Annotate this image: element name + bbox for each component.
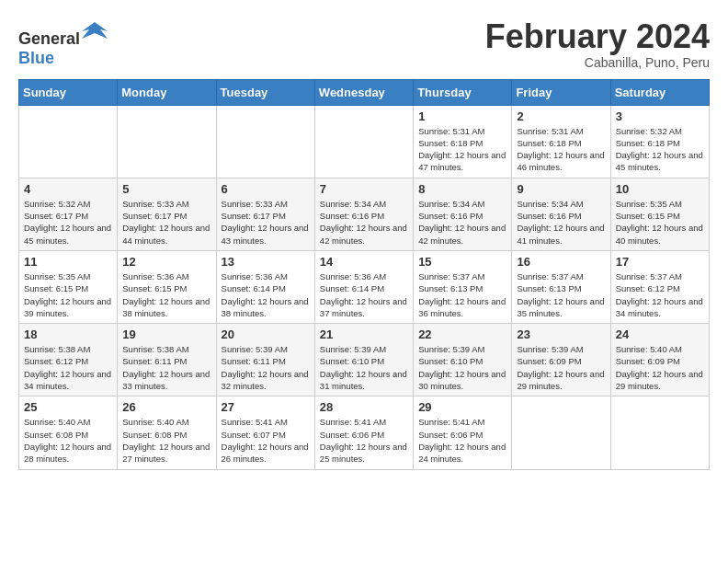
day-number: 18 bbox=[24, 327, 112, 341]
calendar-cell: 19Sunrise: 5:38 AM Sunset: 6:11 PM Dayli… bbox=[118, 324, 216, 396]
day-number: 12 bbox=[122, 255, 210, 269]
calendar-cell: 14Sunrise: 5:36 AM Sunset: 6:14 PM Dayli… bbox=[314, 250, 413, 323]
calendar-cell bbox=[19, 105, 118, 178]
calendar-cell bbox=[512, 396, 610, 469]
weekday-header-sunday: Sunday bbox=[19, 79, 118, 105]
day-number: 26 bbox=[122, 400, 210, 414]
day-number: 20 bbox=[222, 327, 310, 341]
svg-marker-0 bbox=[82, 22, 108, 39]
day-info: Sunrise: 5:40 AM Sunset: 6:09 PM Dayligh… bbox=[616, 343, 704, 392]
calendar-cell: 22Sunrise: 5:39 AM Sunset: 6:10 PM Dayli… bbox=[414, 324, 512, 396]
calendar-cell: 25Sunrise: 5:40 AM Sunset: 6:08 PM Dayli… bbox=[19, 396, 118, 469]
day-number: 19 bbox=[122, 327, 210, 341]
day-info: Sunrise: 5:31 AM Sunset: 6:18 PM Dayligh… bbox=[418, 125, 506, 174]
day-info: Sunrise: 5:34 AM Sunset: 6:16 PM Dayligh… bbox=[320, 198, 408, 247]
calendar-cell: 12Sunrise: 5:36 AM Sunset: 6:15 PM Dayli… bbox=[118, 250, 216, 323]
day-number: 8 bbox=[418, 182, 506, 196]
calendar-cell bbox=[610, 396, 709, 469]
calendar-cell: 1Sunrise: 5:31 AM Sunset: 6:18 PM Daylig… bbox=[414, 105, 512, 178]
day-info: Sunrise: 5:32 AM Sunset: 6:17 PM Dayligh… bbox=[24, 198, 112, 247]
calendar-cell bbox=[216, 105, 314, 178]
calendar-cell: 18Sunrise: 5:38 AM Sunset: 6:12 PM Dayli… bbox=[19, 324, 118, 396]
calendar-cell: 9Sunrise: 5:34 AM Sunset: 6:16 PM Daylig… bbox=[512, 178, 610, 250]
calendar-cell: 15Sunrise: 5:37 AM Sunset: 6:13 PM Dayli… bbox=[414, 250, 512, 323]
calendar-cell: 6Sunrise: 5:33 AM Sunset: 6:17 PM Daylig… bbox=[216, 178, 314, 250]
calendar-cell: 2Sunrise: 5:31 AM Sunset: 6:18 PM Daylig… bbox=[512, 105, 610, 178]
calendar-cell: 4Sunrise: 5:32 AM Sunset: 6:17 PM Daylig… bbox=[19, 178, 118, 250]
day-info: Sunrise: 5:35 AM Sunset: 6:15 PM Dayligh… bbox=[616, 198, 704, 247]
calendar-cell: 17Sunrise: 5:37 AM Sunset: 6:12 PM Dayli… bbox=[610, 250, 709, 323]
day-info: Sunrise: 5:38 AM Sunset: 6:12 PM Dayligh… bbox=[24, 343, 112, 392]
day-number: 21 bbox=[320, 327, 408, 341]
day-number: 14 bbox=[320, 255, 408, 269]
day-info: Sunrise: 5:36 AM Sunset: 6:15 PM Dayligh… bbox=[122, 270, 210, 319]
day-info: Sunrise: 5:41 AM Sunset: 6:06 PM Dayligh… bbox=[418, 416, 506, 465]
logo-text: General Blue bbox=[18, 18, 108, 68]
day-number: 23 bbox=[517, 327, 605, 341]
calendar-week-row: 1Sunrise: 5:31 AM Sunset: 6:18 PM Daylig… bbox=[19, 105, 710, 178]
calendar-cell: 23Sunrise: 5:39 AM Sunset: 6:09 PM Dayli… bbox=[512, 324, 610, 396]
day-info: Sunrise: 5:37 AM Sunset: 6:12 PM Dayligh… bbox=[616, 270, 704, 319]
calendar-cell: 13Sunrise: 5:36 AM Sunset: 6:14 PM Dayli… bbox=[216, 250, 314, 323]
calendar-cell: 21Sunrise: 5:39 AM Sunset: 6:10 PM Dayli… bbox=[314, 324, 413, 396]
calendar-cell: 10Sunrise: 5:35 AM Sunset: 6:15 PM Dayli… bbox=[610, 178, 709, 250]
calendar-week-row: 25Sunrise: 5:40 AM Sunset: 6:08 PM Dayli… bbox=[19, 396, 710, 469]
logo-blue: Blue bbox=[18, 49, 54, 67]
day-number: 29 bbox=[418, 400, 506, 414]
day-info: Sunrise: 5:38 AM Sunset: 6:11 PM Dayligh… bbox=[122, 343, 210, 392]
location-subtitle: Cabanilla, Puno, Peru bbox=[485, 55, 710, 70]
day-info: Sunrise: 5:39 AM Sunset: 6:10 PM Dayligh… bbox=[418, 343, 506, 392]
day-info: Sunrise: 5:32 AM Sunset: 6:18 PM Dayligh… bbox=[616, 125, 704, 174]
day-info: Sunrise: 5:36 AM Sunset: 6:14 PM Dayligh… bbox=[320, 270, 408, 319]
calendar-cell: 26Sunrise: 5:40 AM Sunset: 6:08 PM Dayli… bbox=[118, 396, 216, 469]
calendar-cell: 3Sunrise: 5:32 AM Sunset: 6:18 PM Daylig… bbox=[610, 105, 709, 178]
month-title: February 2024 bbox=[485, 18, 710, 55]
day-number: 28 bbox=[320, 400, 408, 414]
calendar-cell bbox=[118, 105, 216, 178]
calendar-cell bbox=[314, 105, 413, 178]
day-number: 22 bbox=[418, 327, 506, 341]
logo-bird-icon bbox=[82, 18, 108, 44]
day-number: 6 bbox=[222, 182, 310, 196]
day-number: 15 bbox=[418, 255, 506, 269]
day-number: 24 bbox=[616, 327, 704, 341]
weekday-header-tuesday: Tuesday bbox=[216, 79, 314, 105]
calendar-cell: 28Sunrise: 5:41 AM Sunset: 6:06 PM Dayli… bbox=[314, 396, 413, 469]
day-number: 1 bbox=[418, 109, 506, 123]
calendar-week-row: 4Sunrise: 5:32 AM Sunset: 6:17 PM Daylig… bbox=[19, 178, 710, 250]
day-info: Sunrise: 5:33 AM Sunset: 6:17 PM Dayligh… bbox=[222, 198, 310, 247]
weekday-header-thursday: Thursday bbox=[414, 79, 512, 105]
day-number: 16 bbox=[517, 255, 605, 269]
day-number: 11 bbox=[24, 255, 112, 269]
day-info: Sunrise: 5:41 AM Sunset: 6:07 PM Dayligh… bbox=[222, 416, 310, 465]
day-info: Sunrise: 5:37 AM Sunset: 6:13 PM Dayligh… bbox=[418, 270, 506, 319]
day-number: 7 bbox=[320, 182, 408, 196]
day-info: Sunrise: 5:36 AM Sunset: 6:14 PM Dayligh… bbox=[222, 270, 310, 319]
calendar-cell: 16Sunrise: 5:37 AM Sunset: 6:13 PM Dayli… bbox=[512, 250, 610, 323]
day-info: Sunrise: 5:37 AM Sunset: 6:13 PM Dayligh… bbox=[517, 270, 605, 319]
logo: General Blue bbox=[18, 18, 108, 68]
day-number: 5 bbox=[122, 182, 210, 196]
calendar-cell: 29Sunrise: 5:41 AM Sunset: 6:06 PM Dayli… bbox=[414, 396, 512, 469]
calendar-cell: 5Sunrise: 5:33 AM Sunset: 6:17 PM Daylig… bbox=[118, 178, 216, 250]
calendar-cell: 8Sunrise: 5:34 AM Sunset: 6:16 PM Daylig… bbox=[414, 178, 512, 250]
weekday-header-monday: Monday bbox=[118, 79, 216, 105]
weekday-header-row: SundayMondayTuesdayWednesdayThursdayFrid… bbox=[19, 79, 710, 105]
calendar-table: SundayMondayTuesdayWednesdayThursdayFrid… bbox=[18, 79, 710, 470]
calendar-cell: 24Sunrise: 5:40 AM Sunset: 6:09 PM Dayli… bbox=[610, 324, 709, 396]
weekday-header-saturday: Saturday bbox=[610, 79, 709, 105]
logo-general: General bbox=[18, 29, 80, 48]
day-info: Sunrise: 5:34 AM Sunset: 6:16 PM Dayligh… bbox=[517, 198, 605, 247]
day-number: 10 bbox=[616, 182, 704, 196]
day-info: Sunrise: 5:39 AM Sunset: 6:10 PM Dayligh… bbox=[320, 343, 408, 392]
day-number: 27 bbox=[222, 400, 310, 414]
page-header: General Blue February 2024 Cabanilla, Pu… bbox=[18, 18, 710, 70]
calendar-cell: 7Sunrise: 5:34 AM Sunset: 6:16 PM Daylig… bbox=[314, 178, 413, 250]
calendar-cell: 27Sunrise: 5:41 AM Sunset: 6:07 PM Dayli… bbox=[216, 396, 314, 469]
day-info: Sunrise: 5:33 AM Sunset: 6:17 PM Dayligh… bbox=[122, 198, 210, 247]
day-number: 2 bbox=[517, 109, 605, 123]
weekday-header-friday: Friday bbox=[512, 79, 610, 105]
day-info: Sunrise: 5:35 AM Sunset: 6:15 PM Dayligh… bbox=[24, 270, 112, 319]
day-info: Sunrise: 5:39 AM Sunset: 6:09 PM Dayligh… bbox=[517, 343, 605, 392]
calendar-week-row: 11Sunrise: 5:35 AM Sunset: 6:15 PM Dayli… bbox=[19, 250, 710, 323]
